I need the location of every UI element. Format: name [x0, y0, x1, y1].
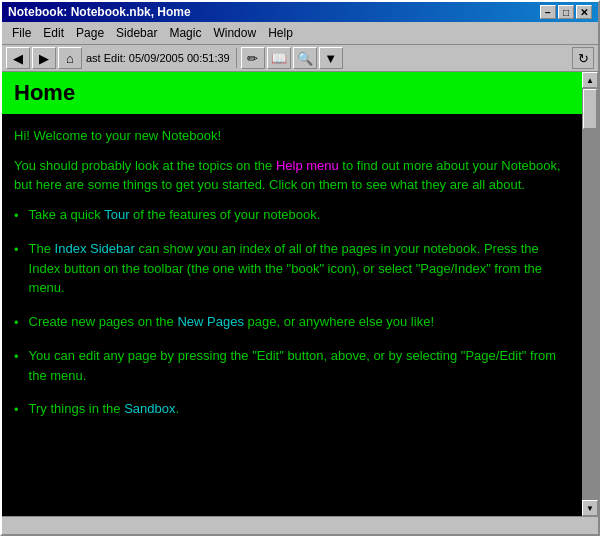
bullet3-text: Create new pages on the New Pages page, … [29, 312, 434, 333]
back-icon: ◀ [13, 51, 23, 66]
scroll-down-button[interactable]: ▼ [582, 500, 598, 516]
refresh-icon: ↻ [578, 51, 589, 66]
bullet4-text: You can edit any page by pressing the "E… [29, 346, 570, 385]
scrollbar-track[interactable] [582, 88, 598, 500]
toolbar-right: ↻ [572, 47, 594, 69]
dropdown-icon: ▼ [324, 51, 337, 66]
menu-sidebar[interactable]: Sidebar [110, 24, 163, 42]
list-item: • The Index Sidebar can show you an inde… [14, 239, 570, 298]
bullet3-after: page, or anywhere else you like! [244, 314, 434, 329]
list-item: • Take a quick Tour of the features of y… [14, 205, 570, 226]
back-button[interactable]: ◀ [6, 47, 30, 69]
bullet5-before: Try things in the [29, 401, 125, 416]
scrollbar: ▲ ▼ [582, 72, 598, 516]
list-item: • Try things in the Sandbox. [14, 399, 570, 420]
list-item: • You can edit any page by pressing the … [14, 346, 570, 385]
close-button[interactable]: ✕ [576, 5, 592, 19]
tour-link[interactable]: Tour [104, 207, 129, 222]
bullet5-text: Try things in the Sandbox. [29, 399, 180, 420]
minimize-button[interactable]: − [540, 5, 556, 19]
bullet-icon: • [14, 206, 19, 226]
status-bar [2, 516, 598, 534]
menu-edit[interactable]: Edit [37, 24, 70, 42]
toolbar-separator [236, 48, 237, 68]
index-sidebar-link[interactable]: Index Sidebar [55, 241, 135, 256]
refresh-button[interactable]: ↻ [572, 47, 594, 69]
help-menu-link[interactable]: Help menu [276, 158, 339, 173]
search-icon: 🔍 [297, 51, 313, 66]
bullet1-text: Take a quick Tour of the features of you… [29, 205, 321, 226]
search-button[interactable]: 🔍 [293, 47, 317, 69]
home-icon: ⌂ [66, 51, 74, 66]
bullet-icon: • [14, 400, 19, 420]
menu-help[interactable]: Help [262, 24, 299, 42]
window-title: Notebook: Notebook.nbk, Home [8, 5, 191, 19]
bullet1-before: Take a quick [29, 207, 105, 222]
content-body: Hi! Welcome to your new Notebook! You sh… [2, 126, 582, 446]
menu-magic[interactable]: Magic [163, 24, 207, 42]
menu-file[interactable]: File [6, 24, 37, 42]
window-controls: − □ ✕ [540, 5, 592, 19]
book-button[interactable]: 📖 [267, 47, 291, 69]
intro2-before: You should probably look at the topics o… [14, 158, 276, 173]
bullet-list: • Take a quick Tour of the features of y… [14, 205, 570, 420]
bullet5-after: . [176, 401, 180, 416]
scroll-up-button[interactable]: ▲ [582, 72, 598, 88]
book-icon: 📖 [271, 51, 287, 66]
intro-paragraph-2: You should probably look at the topics o… [14, 156, 570, 195]
content-area: Home Hi! Welcome to your new Notebook! Y… [2, 72, 598, 516]
scrollbar-thumb[interactable] [583, 89, 597, 129]
bullet1-after: of the features of your notebook. [130, 207, 321, 222]
title-bar: Notebook: Notebook.nbk, Home − □ ✕ [2, 2, 598, 22]
toolbar: ◀ ▶ ⌂ ast Edit: 05/09/2005 00:51:39 ✏ 📖 … [2, 44, 598, 72]
bullet2-text: The Index Sidebar can show you an index … [29, 239, 570, 298]
last-edit-label: ast Edit: 05/09/2005 00:51:39 [86, 52, 230, 64]
bullet-icon: • [14, 240, 19, 298]
main-content: Home Hi! Welcome to your new Notebook! Y… [2, 72, 582, 516]
search-dropdown-button[interactable]: ▼ [319, 47, 343, 69]
forward-icon: ▶ [39, 51, 49, 66]
new-pages-link[interactable]: New Pages [177, 314, 243, 329]
bullet2-before: The [29, 241, 55, 256]
menu-page[interactable]: Page [70, 24, 110, 42]
bullet3-before: Create new pages on the [29, 314, 178, 329]
list-item: • Create new pages on the New Pages page… [14, 312, 570, 333]
menu-window[interactable]: Window [207, 24, 262, 42]
main-window: Notebook: Notebook.nbk, Home − □ ✕ File … [0, 0, 600, 536]
menubar: File Edit Page Sidebar Magic Window Help [2, 22, 598, 44]
home-button[interactable]: ⌂ [58, 47, 82, 69]
page-title: Home [2, 72, 582, 114]
maximize-button[interactable]: □ [558, 5, 574, 19]
edit-button[interactable]: ✏ [241, 47, 265, 69]
bullet-icon: • [14, 347, 19, 385]
sandbox-link[interactable]: Sandbox [124, 401, 175, 416]
edit-icon: ✏ [247, 51, 258, 66]
intro-paragraph-1: Hi! Welcome to your new Notebook! [14, 126, 570, 146]
forward-button[interactable]: ▶ [32, 47, 56, 69]
bullet-icon: • [14, 313, 19, 333]
